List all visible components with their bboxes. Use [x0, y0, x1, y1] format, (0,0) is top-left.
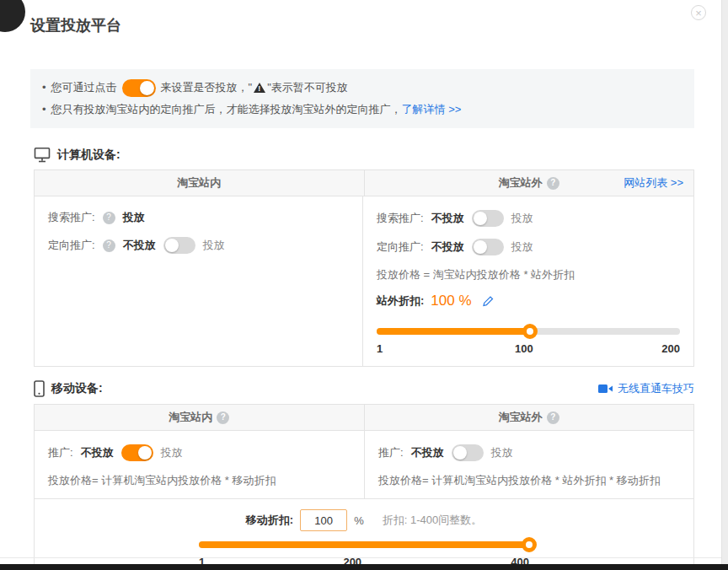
percent-unit: % [354, 514, 364, 527]
price-formula: 投放价格 = 淘宝站内投放价格 * 站外折扣 [377, 267, 680, 282]
pc-inside-target-toggle[interactable] [163, 237, 195, 254]
mobile-table: 淘宝站内 ? 淘宝站外 ? 推广: 不投放 投放 投放价格= 计算机淘宝站内 [34, 404, 694, 570]
scale-min: 1 [377, 342, 383, 355]
col-header-taobao-inside: 淘宝站内 [35, 170, 364, 196]
monitor-icon [34, 147, 51, 163]
state-text: 不投放 [81, 445, 114, 460]
row-label: 搜索推广: [48, 210, 95, 225]
computer-section-header: 计算机设备: [34, 147, 728, 163]
background-badge [0, 0, 25, 32]
mobile-inside-cell: 推广: 不投放 投放 投放价格= 计算机淘宝站内投放价格 * 移动折扣 [35, 431, 364, 498]
divider [0, 557, 721, 558]
close-button[interactable]: × [691, 5, 706, 20]
bullet-dot: • [42, 99, 46, 120]
page-background-strip [721, 0, 728, 570]
bottom-bar [0, 564, 728, 570]
section-title: 计算机设备: [57, 148, 120, 163]
slider-fill [199, 541, 529, 548]
computer-table: 淘宝站内 淘宝站外 ? 网站列表 >> 搜索推广: ? 投放 定向推广: ? [34, 169, 694, 367]
state-text: 投放 [511, 239, 533, 255]
pc-inside-target-row: 定向推广: ? 不投放 投放 [48, 237, 349, 254]
mobile-discount-input[interactable] [300, 509, 347, 531]
state-text: 投放 [123, 210, 145, 225]
offsite-discount-row: 站外折扣: 100 % [377, 293, 680, 309]
pc-inside-search-row: 搜索推广: ? 投放 [48, 210, 349, 225]
col-header-taobao-outside: 淘宝站外 ? [364, 405, 694, 430]
question-mark-icon[interactable]: ? [103, 212, 115, 224]
dialog-title: 设置投放平台 [30, 15, 728, 35]
pc-outside-search-toggle[interactable] [472, 210, 504, 227]
question-mark-icon[interactable]: ? [547, 177, 559, 190]
offsite-discount-value: 100 % [431, 293, 471, 309]
mobile-table-header: 淘宝站内 ? 淘宝站外 ? [35, 405, 693, 431]
close-icon: × [695, 8, 702, 19]
discount-label: 移动折扣: [246, 513, 293, 528]
price-formula: 投放价格= 计算机淘宝站内投放价格 * 站外折扣 * 移动折扣 [378, 473, 680, 488]
website-list-link[interactable]: 网站列表 >> [624, 175, 683, 191]
pc-outside-cell: 搜索推广: 不投放 投放 定向推广: 不投放 投放 投放价格 = 淘宝站内投放价… [362, 196, 693, 366]
notice-line-2: • 您只有投放淘宝站内的定向推广后，才能选择投放淘宝站外的定向推广， 了解详情 … [42, 99, 682, 120]
pc-outside-target-toggle[interactable] [472, 239, 504, 255]
question-mark-icon[interactable]: ? [217, 411, 229, 424]
wireless-tips-link[interactable]: 无线直通车技巧 [598, 381, 694, 396]
pc-inside-cell: 搜索推广: ? 投放 定向推广: ? 不投放 投放 [35, 196, 362, 366]
computer-table-body: 搜索推广: ? 投放 定向推广: ? 不投放 投放 搜索推广: 不投放 投放 [35, 196, 693, 366]
mobile-outside-toggle[interactable] [452, 444, 484, 461]
scale-mid: 100 [515, 342, 533, 355]
state-text: 投放 [203, 238, 225, 253]
toggle-on-icon [122, 79, 156, 97]
question-mark-icon[interactable]: ? [547, 411, 559, 424]
mobile-discount-section: 移动折扣: % 折扣: 1-400间整数。 1 200 400 [35, 498, 693, 570]
price-formula: 投放价格= 计算机淘宝站内投放价格 * 移动折扣 [48, 473, 351, 488]
notice-text: 您只有投放淘宝站内的定向推广后，才能选择投放淘宝站外的定向推广， [51, 99, 402, 120]
state-text: 投放 [491, 445, 513, 460]
discount-hint: 折扣: 1-400间整数。 [383, 513, 482, 528]
state-text: 不投放 [123, 238, 156, 253]
notice-text: "表示暂不可投放 [267, 78, 348, 98]
state-text: 不投放 [411, 445, 444, 460]
mobile-table-body: 推广: 不投放 投放 投放价格= 计算机淘宝站内投放价格 * 移动折扣 推广: … [35, 431, 693, 498]
warning-triangle-icon [254, 83, 265, 93]
slider-handle[interactable] [522, 537, 537, 552]
wireless-tips-label: 无线直通车技巧 [618, 381, 694, 396]
col-header-label: 淘宝站内 [169, 410, 212, 425]
pencil-icon[interactable] [482, 295, 494, 307]
mobile-section-header: 移动设备: 无线直通车技巧 [34, 380, 694, 397]
state-text: 投放 [511, 211, 533, 226]
slider-handle[interactable] [522, 324, 538, 339]
state-text: 投放 [161, 445, 183, 460]
slider-scale: 1 100 200 [377, 342, 680, 356]
row-label: 定向推广: [48, 238, 95, 253]
col-header-taobao-inside: 淘宝站内 ? [35, 405, 364, 430]
row-label: 推广: [48, 445, 73, 460]
mobile-inside-row: 推广: 不投放 投放 [48, 444, 351, 461]
discount-label: 站外折扣: [377, 293, 424, 309]
learn-more-link[interactable]: 了解详情 >> [402, 99, 462, 120]
pc-outside-search-row: 搜索推广: 不投放 投放 [377, 210, 680, 227]
col-header-label: 淘宝站内 [177, 175, 221, 191]
notice-text: 来设置是否投放，" [161, 78, 253, 98]
computer-table-header: 淘宝站内 淘宝站外 ? 网站列表 >> [35, 170, 693, 196]
row-label: 定向推广: [377, 239, 424, 255]
mobile-outside-row: 推广: 不投放 投放 [378, 444, 680, 461]
row-label: 搜索推广: [377, 211, 424, 226]
slider-fill [377, 328, 530, 335]
section-title: 移动设备: [51, 381, 103, 396]
question-mark-icon[interactable]: ? [103, 239, 115, 252]
row-label: 推广: [378, 445, 404, 460]
video-camera-icon [598, 384, 613, 394]
notice-line-1: • 您可通过点击 来设置是否投放，" "表示暂不可投放 [42, 78, 682, 98]
scale-max: 200 [661, 342, 680, 355]
mobile-inside-toggle[interactable] [121, 444, 153, 461]
mobile-outside-cell: 推广: 不投放 投放 投放价格= 计算机淘宝站内投放价格 * 站外折扣 * 移动… [364, 431, 693, 498]
state-text: 不投放 [431, 239, 464, 255]
screen: × 设置投放平台 • 您可通过点击 来设置是否投放，" "表示暂不可投放 • 您… [0, 0, 728, 570]
pc-outside-target-row: 定向推广: 不投放 投放 [377, 239, 680, 255]
mobile-discount-slider[interactable] [199, 541, 529, 548]
phone-icon [34, 380, 45, 397]
notice-box: • 您可通过点击 来设置是否投放，" "表示暂不可投放 • 您只有投放淘宝站内的… [30, 69, 694, 128]
offsite-discount-slider[interactable] [377, 328, 680, 335]
notice-text: 您可通过点击 [51, 78, 117, 98]
col-header-taobao-outside: 淘宝站外 ? 网站列表 >> [364, 170, 694, 196]
col-header-label: 淘宝站外 [499, 175, 543, 191]
